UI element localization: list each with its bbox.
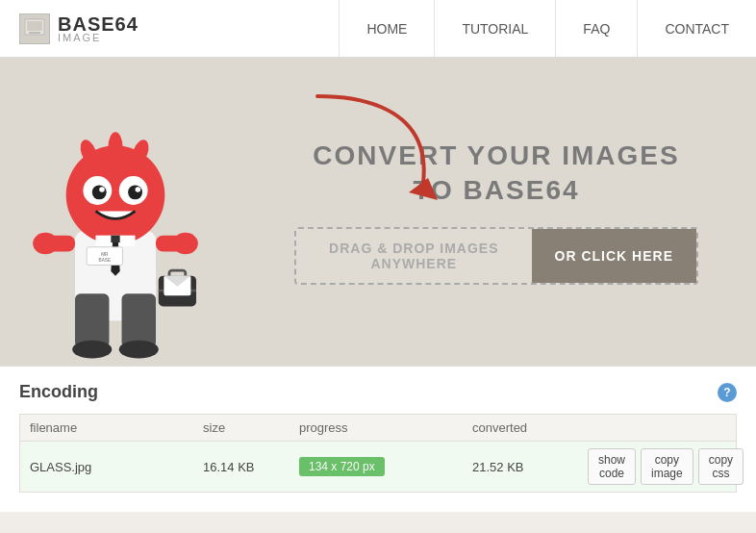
svg-point-7 (109, 132, 123, 161)
cell-progress: 134 x 720 px (299, 457, 472, 476)
hero-title-line1: CONVERT YOUR IMAGES (313, 139, 679, 173)
svg-rect-1 (27, 21, 42, 31)
svg-text:MR: MR (101, 252, 109, 257)
svg-rect-22 (75, 293, 109, 347)
dropzone-label: DRAG & DROP IMAGES ANYWHERE (296, 241, 532, 271)
svg-point-20 (33, 233, 58, 254)
logo-area: BASE64 IMAGE (0, 13, 339, 44)
nav-home[interactable]: HOME (339, 0, 434, 57)
help-icon[interactable]: ? (718, 383, 737, 402)
header: BASE64 IMAGE HOME TUTORIAL FAQ CONTACT (0, 0, 756, 58)
col-actions (588, 420, 726, 435)
action-buttons: show code copy image copy css (588, 448, 743, 485)
hero-title-line2: TO BASE64 (313, 173, 679, 208)
nav-contact[interactable]: CONTACT (637, 0, 756, 57)
hero-section: MR BASE CONVERT YOUR IMAGES TO BASE64 DR… (0, 58, 756, 366)
col-converted: converted (472, 420, 588, 435)
col-size: size (203, 420, 299, 435)
nav-tutorial[interactable]: TUTORIAL (434, 0, 555, 57)
svg-point-24 (72, 341, 112, 359)
table-header: filename size progress converted (19, 414, 737, 442)
copy-css-button[interactable]: copy css (698, 448, 743, 485)
svg-point-12 (128, 185, 142, 199)
svg-rect-17 (111, 236, 119, 242)
logo-icon (19, 13, 50, 44)
svg-rect-2 (29, 32, 40, 34)
progress-badge: 134 x 720 px (299, 457, 385, 476)
dropzone-button[interactable]: OR CLICK HERE (532, 229, 696, 283)
encoding-title: Encoding (19, 382, 98, 402)
mascot: MR BASE (19, 96, 212, 366)
copy-image-button[interactable]: copy image (641, 448, 693, 485)
col-progress: progress (299, 420, 472, 435)
svg-point-14 (136, 187, 141, 192)
encoding-header: Encoding ? (19, 382, 737, 402)
svg-rect-23 (122, 293, 156, 347)
svg-point-13 (99, 187, 105, 192)
hero-content: CONVERT YOUR IMAGES TO BASE64 DRAG & DRO… (294, 139, 698, 286)
svg-point-21 (173, 233, 198, 254)
nav: HOME TUTORIAL FAQ CONTACT (339, 0, 756, 57)
logo-text: BASE64 IMAGE (58, 13, 139, 43)
svg-point-25 (119, 341, 159, 359)
cell-filename: GLASS.jpg (30, 460, 203, 474)
dropzone[interactable]: DRAG & DROP IMAGES ANYWHERE OR CLICK HER… (294, 227, 698, 285)
hero-title: CONVERT YOUR IMAGES TO BASE64 (313, 139, 679, 209)
encoding-section: Encoding ? filename size progress conver… (0, 366, 756, 512)
show-code-button[interactable]: show code (588, 448, 636, 485)
svg-point-11 (92, 185, 107, 199)
cell-size: 16.14 KB (203, 460, 299, 474)
svg-text:BASE: BASE (99, 258, 111, 263)
nav-faq[interactable]: FAQ (555, 0, 637, 57)
table-row: GLASS.jpg 16.14 KB 134 x 720 px 21.52 KB… (19, 442, 737, 493)
col-filename: filename (30, 420, 203, 435)
cell-converted: 21.52 KB (472, 460, 588, 474)
